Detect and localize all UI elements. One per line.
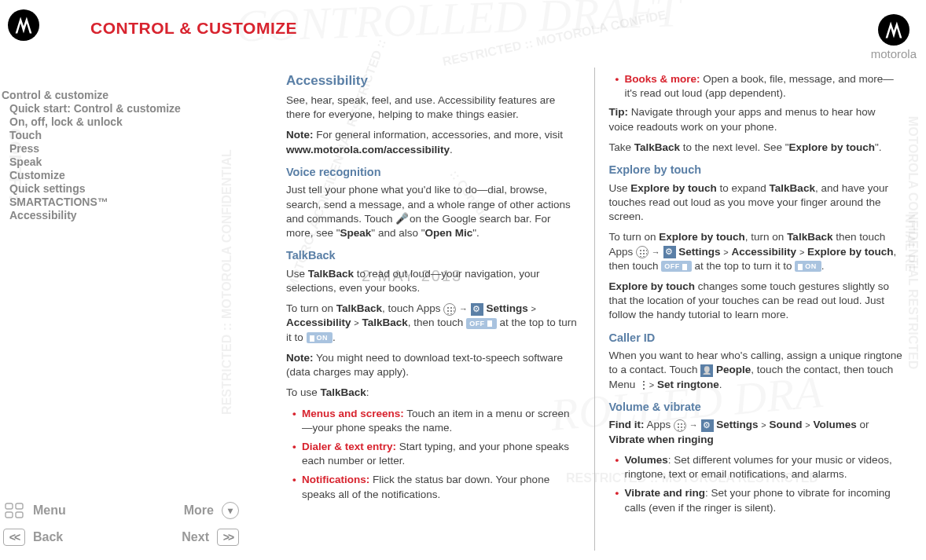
heading-volume: Volume & vibrate — [609, 400, 903, 415]
menu-dots-icon: ⋮ — [638, 383, 646, 386]
toggle-off: OFF — [661, 261, 692, 272]
sidebar-item[interactable]: Quick settings — [2, 182, 237, 196]
volume-bullets: Volumes: Set different volumes for your … — [615, 453, 903, 515]
motorola-logo-left — [8, 9, 39, 41]
explore-turnon: To turn on Explore by touch, turn on Tal… — [609, 230, 903, 273]
gear-icon — [701, 419, 714, 432]
apps-icon — [636, 246, 649, 258]
talkback-turnon: To turn on TalkBack, touch Apps → Settin… — [286, 302, 580, 345]
explore-changes: Explore by touch changes some touch gest… — [609, 280, 903, 323]
sidebar: Control & customize Quick start: Control… — [2, 89, 237, 222]
menu-icon[interactable] — [3, 502, 25, 519]
bullet-notifications: Notifications: Flick the status bar down… — [292, 473, 580, 501]
back-icon[interactable]: << — [3, 529, 25, 546]
column-1: Accessibility See, hear, speak, feel, an… — [272, 68, 594, 551]
bottom-nav: Menu More ▾ << Back Next >> — [3, 499, 239, 552]
next-icon[interactable]: >> — [217, 529, 239, 546]
bullet-menus: Menus and screens: Touch an item in a me… — [292, 407, 580, 435]
svg-rect-3 — [16, 512, 23, 518]
bullet-books: Books & more: Open a book, file, message… — [615, 72, 903, 101]
tip-navigate: Tip: Navigate through your apps and menu… — [609, 105, 903, 134]
toggle-on: ON — [307, 332, 333, 343]
talkback-intro: Use TalkBack to read out loud—your navig… — [286, 267, 580, 295]
heading-accessibility: Accessibility — [286, 72, 580, 90]
svg-rect-1 — [16, 503, 23, 509]
heading-explore: Explore by touch — [609, 163, 903, 178]
sidebar-item[interactable]: On, off, lock & unlock — [2, 115, 237, 129]
use-talkback-lead: To use TalkBack: — [286, 386, 580, 400]
people-icon — [700, 364, 713, 377]
note-general: Note: For general information, accessori… — [286, 128, 580, 156]
intro-text: See, hear, speak, feel, and use. Accessi… — [286, 93, 580, 122]
apps-icon — [674, 419, 686, 432]
bullet-vibrate: Vibrate and ring: Set your phone to vibr… — [615, 486, 903, 514]
explore-intro: Use Explore by touch to expand TalkBack,… — [609, 181, 903, 225]
sidebar-item[interactable]: Speak — [2, 156, 237, 169]
sidebar-item[interactable]: Control & customize — [2, 89, 237, 102]
content-area: Accessibility See, hear, speak, feel, an… — [272, 68, 917, 551]
brand-label: motorola — [871, 47, 917, 60]
bullet-dialer: Dialer & text entry: Start typing, and y… — [292, 440, 580, 468]
sidebar-item[interactable]: Press — [2, 142, 237, 156]
take-next-level: Take TalkBack to the next level. See "Ex… — [609, 141, 903, 155]
svg-rect-2 — [6, 512, 13, 518]
callerid-text: When you want to hear who's calling, ass… — [609, 349, 903, 392]
heading-talkback: TalkBack — [286, 248, 580, 264]
page-title: CONTROL & CUSTOMIZE — [90, 19, 297, 38]
column-2: Books & more: Open a book, file, message… — [594, 68, 917, 551]
findit-volume: Find it: Apps → Settings > Sound > Volum… — [609, 418, 903, 446]
voice-text: Just tell your phone what you'd like to … — [286, 183, 580, 240]
gear-icon — [471, 303, 483, 316]
mic-icon: 🎤 — [395, 212, 406, 226]
more-icon[interactable]: ▾ — [222, 502, 239, 519]
header: CONTROL & CUSTOMIZE motorola — [0, 8, 926, 39]
menu-button[interactable]: Menu — [33, 503, 184, 518]
sidebar-item[interactable]: Accessibility — [2, 209, 237, 222]
sidebar-item[interactable]: SMARTACTIONS™ — [2, 196, 237, 209]
sidebar-item[interactable]: Customize — [2, 169, 237, 182]
motorola-logo-right: motorola — [871, 14, 917, 60]
sidebar-item[interactable]: Touch — [2, 129, 237, 142]
apps-icon — [443, 303, 456, 316]
next-button[interactable]: Next — [182, 530, 209, 544]
more-button[interactable]: More — [184, 503, 214, 518]
books-bullet: Books & more: Open a book, file, message… — [615, 72, 903, 101]
heading-callerid: Caller ID — [609, 331, 903, 346]
talkback-bullets: Menus and screens: Touch an item in a me… — [292, 407, 580, 502]
sidebar-item[interactable]: Quick start: Control & customize — [2, 102, 237, 115]
heading-voice: Voice recognition — [286, 165, 580, 181]
bullet-volumes: Volumes: Set different volumes for your … — [615, 453, 903, 481]
toggle-off: OFF — [466, 318, 497, 329]
note-tts: Note: You might need to download text-to… — [286, 351, 580, 379]
toggle-on: ON — [795, 261, 821, 272]
svg-rect-0 — [6, 503, 13, 509]
gear-icon — [663, 246, 676, 258]
back-button[interactable]: Back — [33, 530, 182, 544]
